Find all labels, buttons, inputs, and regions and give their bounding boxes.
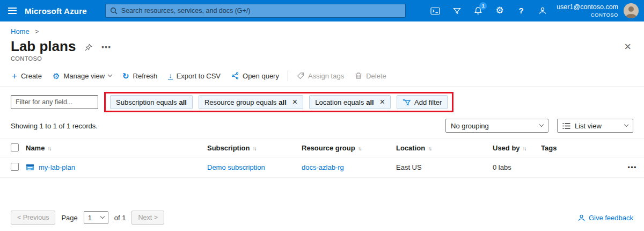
- column-label: Resource group: [302, 144, 355, 152]
- resource-group-link[interactable]: docs-azlab-rg: [302, 163, 344, 171]
- hamburger-menu-icon[interactable]: [0, 0, 25, 21]
- notifications-button[interactable]: 1: [467, 0, 489, 21]
- manage-view-button[interactable]: Manage view: [47, 68, 117, 84]
- assign-tags-button[interactable]: Assign tags: [291, 68, 349, 84]
- lab-plan-link[interactable]: my-lab-plan: [39, 163, 75, 171]
- remove-filter-icon[interactable]: [292, 98, 297, 106]
- lab-plan-icon: [26, 163, 34, 172]
- column-label: Location: [396, 144, 425, 152]
- settings-button[interactable]: [489, 0, 510, 21]
- refresh-button[interactable]: Refresh: [117, 68, 163, 84]
- chevron-down-icon: [108, 73, 112, 77]
- subscription-link[interactable]: Demo subscription: [207, 163, 265, 171]
- assign-tags-label: Assign tags: [308, 72, 344, 80]
- table-row[interactable]: my-lab-plan Demo subscription docs-azlab…: [0, 157, 644, 178]
- pill-label: Resource group equals: [204, 98, 276, 106]
- column-header-name[interactable]: Name: [24, 144, 207, 152]
- pill-value: all: [279, 98, 286, 106]
- column-header-used-by[interactable]: Used by: [493, 144, 541, 152]
- command-bar-divider: [288, 70, 288, 81]
- global-search[interactable]: [105, 4, 406, 18]
- filter-pill-subscription[interactable]: Subscription equals all: [110, 95, 193, 109]
- open-query-button[interactable]: Open query: [226, 68, 284, 84]
- row-more-icon[interactable]: [620, 162, 644, 173]
- view-controls: No grouping List view: [445, 119, 633, 133]
- account-menu[interactable]: user1@contoso.com CONTOSO: [557, 3, 618, 18]
- close-button[interactable]: [624, 41, 631, 53]
- open-query-icon: [231, 72, 239, 80]
- chevron-down-icon: [100, 214, 105, 219]
- feedback-button[interactable]: [532, 0, 553, 21]
- remove-filter-icon[interactable]: [380, 98, 385, 106]
- search-icon: [110, 7, 118, 15]
- create-button[interactable]: Create: [6, 68, 47, 84]
- column-label: Used by: [493, 144, 520, 152]
- page-title: Lab plans: [11, 38, 76, 55]
- give-feedback-label: Give feedback: [589, 214, 633, 222]
- trash-icon: [355, 72, 362, 80]
- notification-badge: 1: [479, 2, 487, 10]
- column-header-resource-group[interactable]: Resource group: [302, 144, 396, 152]
- pill-label: Subscription equals: [116, 98, 177, 106]
- grouping-dropdown[interactable]: No grouping: [445, 119, 548, 133]
- column-label: Subscription: [207, 144, 250, 152]
- help-button[interactable]: [510, 0, 532, 21]
- page-of-label: of 1: [114, 214, 126, 222]
- view-dropdown[interactable]: List view: [557, 119, 633, 133]
- page-number-dropdown[interactable]: 1: [84, 211, 108, 224]
- avatar[interactable]: [624, 3, 639, 18]
- user-email: user1@contoso.com: [557, 3, 618, 12]
- filter-pill-resource-group[interactable]: Resource group equals all: [199, 95, 303, 109]
- filter-input[interactable]: [11, 95, 98, 109]
- refresh-label: Refresh: [133, 72, 158, 80]
- delete-button[interactable]: Delete: [349, 68, 392, 84]
- column-header-subscription[interactable]: Subscription: [207, 144, 302, 152]
- page-content: Home Lab plans CONTOSO Create Manage vie…: [0, 21, 644, 178]
- next-page-button[interactable]: Next >: [131, 211, 164, 225]
- column-label: Name: [26, 144, 45, 152]
- gear-icon: [53, 72, 60, 80]
- pagination-bar: < Previous Page 1 of 1 Next > Give feedb…: [0, 211, 644, 225]
- more-options-icon[interactable]: [101, 41, 111, 53]
- topbar: Microsoft Azure 1: [0, 0, 644, 21]
- app-title[interactable]: Microsoft Azure: [25, 6, 87, 16]
- current-page: 1: [88, 214, 92, 222]
- breadcrumb-home-link[interactable]: Home: [11, 27, 30, 35]
- open-query-label: Open query: [243, 72, 279, 80]
- give-feedback-link[interactable]: Give feedback: [577, 214, 633, 222]
- sort-icon: [47, 144, 52, 152]
- previous-page-button[interactable]: < Previous: [11, 211, 55, 225]
- add-filter-button[interactable]: Add filter: [397, 95, 448, 109]
- page-subtitle: CONTOSO: [0, 55, 644, 62]
- help-icon: [519, 6, 524, 16]
- directory-filter-button[interactable]: [446, 0, 467, 21]
- breadcrumb: Home: [0, 21, 644, 35]
- title-row: Lab plans: [0, 35, 644, 55]
- manage-view-label: Manage view: [63, 72, 105, 80]
- records-bar: Showing 1 to 1 of 1 records. No grouping…: [0, 119, 644, 133]
- cloud-shell-button[interactable]: [425, 0, 446, 21]
- pin-icon[interactable]: [84, 44, 92, 52]
- command-bar: Create Manage view Refresh Export to CSV…: [0, 67, 644, 84]
- pill-label: Location equals: [315, 98, 364, 106]
- select-all-checkbox[interactable]: [11, 143, 19, 151]
- records-count: Showing 1 to 1 of 1 records.: [11, 122, 98, 130]
- section-divider: [0, 86, 644, 87]
- add-filter-label: Add filter: [414, 98, 442, 106]
- grouping-value: No grouping: [451, 122, 489, 130]
- topbar-icons: 1: [425, 0, 553, 21]
- row-checkbox[interactable]: [11, 163, 19, 171]
- export-csv-label: Export to CSV: [177, 72, 221, 80]
- page-label: Page: [61, 214, 77, 222]
- delete-label: Delete: [366, 72, 386, 80]
- list-view-icon: [562, 122, 570, 129]
- plus-icon: [12, 71, 17, 81]
- export-csv-button[interactable]: Export to CSV: [163, 68, 226, 84]
- column-label: Tags: [541, 144, 557, 152]
- gear-icon: [496, 6, 504, 16]
- column-header-location[interactable]: Location: [396, 144, 493, 152]
- filter-pill-location[interactable]: Location equals all: [309, 95, 391, 109]
- lab-plans-table: Name Subscription Resource group Locatio…: [0, 139, 644, 178]
- global-search-input[interactable]: [121, 7, 401, 15]
- column-header-tags[interactable]: Tags: [541, 144, 620, 152]
